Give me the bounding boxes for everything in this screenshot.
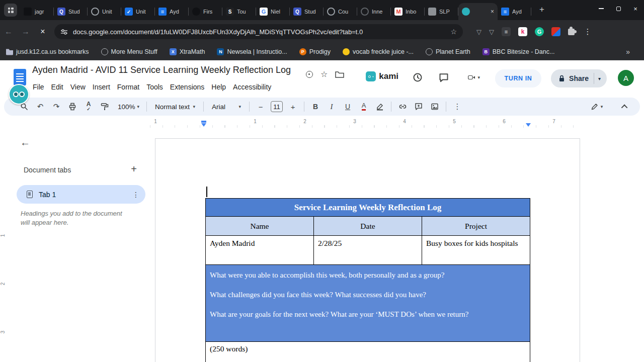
bookmark-item[interactable]: vocab freckle juice -... xyxy=(343,48,414,55)
bookmark-item[interactable]: N Newsela | Instructio... xyxy=(217,48,287,55)
tab-search-button[interactable] xyxy=(4,4,17,17)
google-docs-icon[interactable] xyxy=(14,69,26,85)
version-history-button[interactable] xyxy=(412,71,424,83)
turn-in-button[interactable]: TURN IN xyxy=(495,69,541,87)
italic-button[interactable]: I xyxy=(325,100,339,114)
maximize-button[interactable] xyxy=(610,0,627,17)
right-indent-marker[interactable] xyxy=(526,123,531,127)
underline-button[interactable]: U xyxy=(341,100,355,114)
header-cell-name[interactable]: Name xyxy=(206,217,314,236)
browser-tab[interactable]: M Inbo xyxy=(391,3,425,20)
more-toolbar-options-button[interactable]: ⋮ xyxy=(450,100,464,114)
extension-icon[interactable] xyxy=(568,29,575,35)
extension-icon[interactable]: k xyxy=(518,27,527,36)
kami-floating-button[interactable] xyxy=(9,84,29,105)
menu-item[interactable]: Format xyxy=(114,81,143,93)
paint-format-button[interactable] xyxy=(98,100,112,114)
zoom-select[interactable]: 100% ▾ xyxy=(115,100,142,114)
close-button[interactable]: × xyxy=(627,0,644,17)
font-size-input[interactable]: 11 xyxy=(271,101,283,112)
menu-item[interactable]: Edit xyxy=(48,81,67,93)
bookmark-item[interactable]: Planet Earth xyxy=(426,48,470,55)
menu-item[interactable]: Accessibility xyxy=(229,81,275,93)
browser-tab[interactable]: Inne xyxy=(357,3,391,20)
paragraph-style-select[interactable]: Normal text ▾ xyxy=(151,100,199,114)
decrease-font-size-button[interactable]: − xyxy=(254,100,268,114)
new-tab-button[interactable]: + xyxy=(535,4,548,17)
text-color-button[interactable]: A xyxy=(357,100,371,114)
extension-icon[interactable]: ≡ xyxy=(502,27,511,36)
url-text[interactable]: docs.google.com/document/d/1fuLW0DFJ8Uxc… xyxy=(73,28,446,36)
browser-tab[interactable]: ≡ Ayd xyxy=(155,3,189,20)
browser-tab[interactable]: Q Stud xyxy=(54,3,88,20)
account-avatar[interactable]: A xyxy=(618,70,634,86)
hide-menus-button[interactable] xyxy=(618,100,632,114)
word-limit-cell[interactable]: (250 words) xyxy=(206,342,530,362)
menu-item[interactable]: Tools xyxy=(143,81,167,93)
open-comments-button[interactable] xyxy=(438,71,450,83)
browser-tab[interactable]: × xyxy=(458,3,498,20)
minimize-button[interactable] xyxy=(593,0,610,17)
cell-project[interactable]: Busy boxes for kids hospitals xyxy=(422,236,530,265)
add-document-tab-button[interactable]: + xyxy=(127,162,141,176)
horizontal-ruler[interactable]: 1 1234567 xyxy=(150,117,584,129)
document-tab-item[interactable]: Tab 1 ⋮ xyxy=(17,185,145,204)
cell-student-name[interactable]: Ayden Madrid xyxy=(206,236,314,265)
share-dropdown-caret-icon[interactable]: ▾ xyxy=(598,76,601,81)
header-cell-date[interactable]: Date xyxy=(314,217,422,236)
document-status-icon[interactable] xyxy=(306,71,313,78)
stop-reload-button[interactable]: × xyxy=(34,27,51,36)
back-button[interactable]: ← xyxy=(0,27,17,36)
share-button[interactable]: Share ▾ xyxy=(551,69,607,87)
start-call-button[interactable]: ▾ xyxy=(468,71,480,83)
menu-item[interactable]: Extensions xyxy=(167,81,208,93)
extension-icon[interactable]: ▽ xyxy=(489,28,494,36)
menu-item[interactable]: File xyxy=(29,81,48,93)
close-tabs-panel-button[interactable]: ← xyxy=(20,137,30,148)
undo-button[interactable]: ↶ xyxy=(33,100,47,114)
tab-close-icon[interactable]: × xyxy=(491,8,494,15)
vertical-ruler[interactable]: 123 xyxy=(0,129,10,362)
extension-icon[interactable]: ▽ xyxy=(476,28,481,36)
chrome-menu-kebab-icon[interactable]: ⋮ xyxy=(583,27,593,36)
spell-check-button[interactable]: A✓ xyxy=(82,100,96,114)
insert-image-button[interactable] xyxy=(428,100,442,114)
table-title-cell[interactable]: Service Learning Weekly Reflection Log xyxy=(206,199,530,217)
menu-item[interactable]: Insert xyxy=(89,81,114,93)
cell-date[interactable]: 2/28/25 xyxy=(314,236,422,265)
editing-mode-button[interactable]: ▾ xyxy=(590,100,604,114)
redo-button[interactable]: ↷ xyxy=(49,100,63,114)
bold-button[interactable]: B xyxy=(308,100,323,114)
browser-tab[interactable]: Q Stud xyxy=(290,3,324,20)
kami-logo-button[interactable]: kami xyxy=(366,71,398,81)
first-line-indent-marker[interactable] xyxy=(201,121,206,123)
extension-icon[interactable]: G xyxy=(535,27,544,36)
omnibox[interactable]: docs.google.com/document/d/1fuLW0DFJ8Uxc… xyxy=(54,24,463,39)
insert-link-button[interactable] xyxy=(395,100,410,114)
extension-icon[interactable] xyxy=(551,27,560,36)
font-family-select[interactable]: Arial ▾ xyxy=(208,100,245,114)
browser-tab[interactable]: Firs xyxy=(189,3,222,20)
browser-tab[interactable]: Unit xyxy=(88,3,121,20)
move-folder-icon[interactable] xyxy=(335,71,344,78)
document-tab-options-kebab-icon[interactable]: ⋮ xyxy=(132,191,139,199)
menu-item[interactable]: View xyxy=(67,81,89,93)
call-dropdown-caret-icon[interactable]: ▾ xyxy=(477,75,480,80)
bookmark-item[interactable]: More Menu Stuff xyxy=(101,48,157,55)
browser-tab[interactable]: G Niel xyxy=(256,3,290,20)
browser-tab[interactable]: jagr xyxy=(20,3,54,20)
bookmark-item[interactable]: P Prodigy xyxy=(299,48,331,55)
document-page[interactable]: Service Learning Weekly Reflection Log N… xyxy=(155,138,580,362)
document-title[interactable]: Ayden Madrid - AVID 11 Service Learning … xyxy=(32,65,291,75)
highlight-color-button[interactable] xyxy=(373,100,387,114)
header-cell-project[interactable]: Project xyxy=(422,217,530,236)
browser-tab[interactable]: S Tou xyxy=(222,3,256,20)
browser-tab[interactable]: ✓ Unit xyxy=(121,3,155,20)
star-document-icon[interactable]: ☆ xyxy=(320,69,328,79)
print-button[interactable] xyxy=(65,100,79,114)
site-settings-icon[interactable] xyxy=(60,28,68,36)
bookmark-star-icon[interactable]: ☆ xyxy=(450,28,457,36)
bookmark-item[interactable]: X XtraMath xyxy=(170,48,205,55)
left-indent-marker[interactable] xyxy=(201,121,206,127)
questions-cell[interactable]: What were you able to accomplish this we… xyxy=(206,265,530,342)
